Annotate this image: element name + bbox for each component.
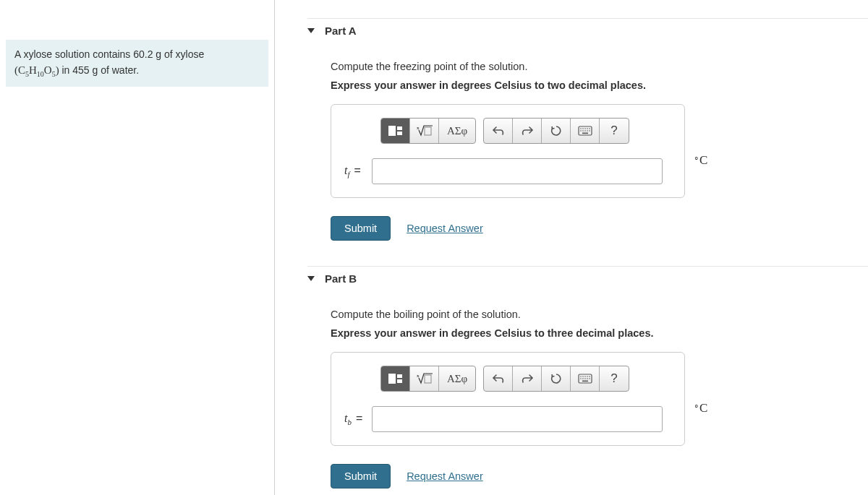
- svg-point-17: [580, 376, 582, 377]
- svg-point-24: [584, 378, 586, 379]
- problem-statement: A xylose solution contains 60.2 g of xyl…: [6, 40, 268, 87]
- svg-text:x: x: [417, 373, 420, 379]
- part-b-title: Part B: [325, 272, 357, 285]
- problem-line-1: A xylose solution contains 60.2 g of xyl…: [14, 47, 260, 62]
- part-a-answer-input[interactable]: [372, 158, 663, 184]
- greek-button[interactable]: ΑΣφ: [439, 366, 475, 391]
- toolbar-group-1: x ΑΣφ: [380, 366, 476, 392]
- svg-point-8: [580, 130, 582, 132]
- left-panel: A xylose solution contains 60.2 g of xyl…: [0, 0, 275, 495]
- undo-icon: [492, 126, 505, 136]
- svg-point-12: [589, 130, 590, 132]
- part-a-answer-box: x ΑΣφ: [331, 104, 685, 198]
- problem-line-2: (C5H10O5) in 455 g of water.: [14, 62, 260, 79]
- redo-button[interactable]: [513, 366, 542, 391]
- svg-rect-13: [582, 133, 588, 134]
- part-b-instruction: Express your answer in degrees Celsius t…: [331, 327, 868, 339]
- redo-icon: [521, 126, 534, 136]
- svg-point-26: [589, 378, 590, 379]
- root-button[interactable]: x: [410, 119, 439, 143]
- part-b-input-row: tb =: [344, 406, 671, 432]
- part-a-title: Part A: [325, 25, 357, 37]
- root-icon: x: [417, 372, 433, 385]
- svg-point-22: [580, 378, 582, 379]
- part-a-unit: ∘C: [694, 153, 707, 168]
- template-button[interactable]: [381, 119, 410, 143]
- svg-point-7: [589, 128, 590, 129]
- collapse-icon[interactable]: [307, 28, 315, 33]
- part-b-question: Compute the boiling point of the solutio…: [331, 309, 868, 320]
- part-a-variable: tf =: [344, 164, 372, 178]
- undo-icon: [492, 374, 505, 384]
- keyboard-button[interactable]: [571, 366, 600, 391]
- svg-point-5: [584, 128, 586, 129]
- reset-icon: [550, 373, 562, 384]
- part-b-body: Compute the boiling point of the solutio…: [307, 290, 868, 488]
- part-a-submit-button[interactable]: Submit: [331, 216, 391, 241]
- svg-point-21: [589, 376, 590, 377]
- part-a-request-answer-link[interactable]: Request Answer: [407, 223, 483, 234]
- chemical-formula: (C5H10O5): [14, 64, 61, 76]
- toolbar-group-2: ?: [483, 118, 629, 144]
- svg-rect-27: [582, 381, 588, 382]
- part-a-body: Compute the freezing point of the soluti…: [307, 43, 868, 241]
- help-button[interactable]: ?: [600, 119, 629, 143]
- part-b-section: Part B Compute the boiling point of the …: [307, 266, 868, 488]
- toolbar-group-2: ?: [483, 366, 629, 392]
- root-button[interactable]: x: [410, 366, 439, 391]
- part-b-request-answer-link[interactable]: Request Answer: [407, 470, 483, 482]
- part-a-toolbar: x ΑΣφ: [380, 118, 671, 144]
- part-b-answer-box: x ΑΣφ: [331, 352, 685, 446]
- svg-point-23: [582, 378, 584, 379]
- part-b-header[interactable]: Part B: [307, 266, 868, 290]
- keyboard-icon: [578, 374, 592, 384]
- part-b-answer-input[interactable]: [372, 406, 663, 432]
- reset-button[interactable]: [542, 119, 571, 143]
- undo-button[interactable]: [484, 119, 513, 143]
- keyboard-button[interactable]: [571, 119, 600, 143]
- reset-button[interactable]: [542, 366, 571, 391]
- reset-icon: [550, 125, 562, 137]
- redo-button[interactable]: [513, 119, 542, 143]
- part-a-instruction: Express your answer in degrees Celsius t…: [331, 79, 868, 91]
- svg-point-3: [580, 128, 582, 129]
- svg-point-19: [584, 376, 586, 377]
- svg-rect-1: [425, 127, 431, 135]
- svg-point-11: [587, 130, 588, 132]
- svg-rect-15: [425, 375, 431, 383]
- right-panel: Part A Compute the freezing point of the…: [275, 0, 868, 495]
- part-a-actions: Submit Request Answer: [331, 216, 868, 241]
- part-b-toolbar: x ΑΣφ: [380, 366, 671, 392]
- template-button[interactable]: [381, 366, 410, 391]
- part-a-header[interactable]: Part A: [307, 18, 868, 43]
- svg-text:x: x: [417, 125, 420, 131]
- collapse-icon[interactable]: [307, 276, 315, 281]
- svg-point-10: [584, 130, 586, 132]
- part-a-section: Part A Compute the freezing point of the…: [307, 18, 868, 241]
- part-b-variable: tb =: [344, 412, 372, 426]
- redo-icon: [521, 374, 534, 384]
- part-b-submit-button[interactable]: Submit: [331, 464, 391, 488]
- svg-point-4: [582, 128, 584, 129]
- root-icon: x: [417, 124, 433, 137]
- part-a-question: Compute the freezing point of the soluti…: [331, 61, 868, 72]
- part-b-unit: ∘C: [694, 401, 707, 416]
- greek-button[interactable]: ΑΣφ: [439, 119, 475, 143]
- undo-button[interactable]: [484, 366, 513, 391]
- toolbar-group-1: x ΑΣφ: [380, 118, 476, 144]
- keyboard-icon: [578, 126, 592, 136]
- svg-point-25: [587, 378, 588, 379]
- svg-point-20: [587, 376, 588, 377]
- help-button[interactable]: ?: [600, 366, 629, 391]
- svg-point-18: [582, 376, 584, 377]
- part-b-actions: Submit Request Answer: [331, 464, 868, 488]
- svg-point-6: [587, 128, 588, 129]
- svg-point-9: [582, 130, 584, 132]
- part-a-input-row: tf =: [344, 158, 671, 184]
